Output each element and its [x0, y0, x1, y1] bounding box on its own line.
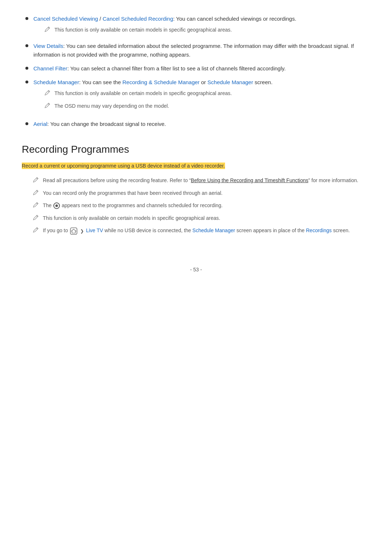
channel-filter-link[interactable]: Channel Filter	[33, 65, 67, 71]
bullet-dot	[25, 81, 28, 83]
pencil-icon	[33, 202, 39, 212]
page-footer: - 53 -	[22, 258, 370, 274]
schedule-manager-note5-link[interactable]: Schedule Manager	[192, 227, 235, 233]
cancel-scheduled-recording-link[interactable]: Cancel Scheduled Recording	[103, 16, 173, 22]
note-block-schedule-geo: This function is only available on certa…	[44, 90, 370, 99]
list-item-content: View Details: You can see detailed infor…	[33, 42, 370, 59]
chevron-right-icon: ❯	[80, 228, 84, 234]
recording-note-4: This function is only available on certa…	[33, 214, 370, 224]
pencil-icon	[44, 103, 51, 112]
recording-note-3-after: appears next to the programmes and chann…	[62, 202, 223, 208]
channel-filter-text: : You can select a channel filter from a…	[67, 65, 286, 71]
note5-middle: while no USB device is connected, the	[105, 227, 192, 233]
recording-note-4-text: This function is only available on certa…	[43, 214, 220, 222]
list-item-cancel-scheduled: Cancel Scheduled Viewing / Cancel Schedu…	[22, 15, 370, 37]
recording-note-5: If you go to ❯ Live TV while no USB devi…	[33, 227, 370, 237]
note-text-schedule-osd: The OSD menu may vary depending on the m…	[54, 102, 169, 110]
recording-note-2-text: You can record only the programmes that …	[43, 189, 222, 197]
note5-before: If you go to	[43, 227, 69, 233]
bullet-dot	[25, 44, 28, 47]
view-details-link[interactable]: View Details	[33, 43, 63, 49]
bullet-dot	[25, 67, 28, 70]
list-item-schedule-manager: Schedule Manager: You can see the Record…	[22, 78, 370, 115]
separator: /	[98, 16, 103, 22]
list-item-content: Cancel Scheduled Viewing / Cancel Schedu…	[33, 15, 370, 37]
pencil-icon	[44, 26, 51, 33]
cancel-scheduled-text: : You can cancel scheduled viewings or r…	[173, 16, 296, 22]
bullet-dot	[25, 122, 28, 125]
recording-highlight: Record a current or upcoming programme u…	[22, 163, 225, 169]
note-block-cancel: This function is only available on certa…	[44, 26, 370, 34]
recordings-link[interactable]: Recordings	[306, 227, 332, 233]
note-block-schedule-osd: The OSD menu may vary depending on the m…	[44, 102, 370, 112]
pencil-icon	[44, 90, 51, 99]
recording-note-2: You can record only the programmes that …	[33, 189, 370, 199]
pencil-icon	[33, 190, 39, 199]
note-text-cancel-geo: This function is only available on certa…	[54, 26, 232, 34]
note5-after: screen appears in place of the	[237, 227, 306, 233]
note5-end: screen.	[333, 227, 350, 233]
schedule-manager-text-prefix: : You can see the	[79, 79, 122, 85]
list-item-content: Schedule Manager: You can see the Record…	[33, 78, 370, 115]
note-text-schedule-geo: This function is only available on certa…	[54, 90, 232, 97]
aerial-link[interactable]: Aerial	[33, 121, 47, 127]
recording-note-3: The appears next to the programmes and c…	[33, 202, 370, 212]
bullet-dot	[25, 17, 28, 20]
schedule-manager-text-suffix: screen.	[253, 79, 272, 85]
home-icon	[70, 227, 77, 235]
recording-programmes-title: Recording Programmes	[22, 141, 370, 158]
page-number: - 53 -	[190, 267, 202, 272]
recording-note-1-text: Read all precautions before using the re…	[43, 177, 358, 184]
cancel-scheduled-viewing-link[interactable]: Cancel Scheduled Viewing	[33, 16, 98, 22]
view-details-text: : You can see detailed information about…	[33, 43, 354, 58]
recording-note-1: Read all precautions before using the re…	[33, 177, 370, 186]
list-item-content: Channel Filter: You can select a channel…	[33, 64, 370, 73]
pencil-icon	[33, 177, 39, 186]
schedule-manager-text-middle: or	[200, 79, 208, 85]
list-item-view-details: View Details: You can see detailed infor…	[22, 42, 370, 59]
recording-note-3-text: The appears next to the programmes and c…	[43, 202, 223, 209]
record-schedule-icon	[53, 202, 60, 209]
pencil-icon	[33, 215, 39, 224]
list-item-content: Aerial: You can change the broadcast sig…	[33, 120, 370, 128]
recording-programmes-section: Recording Programmes Record a current or…	[22, 141, 370, 237]
recording-note-5-text: If you go to ❯ Live TV while no USB devi…	[43, 227, 350, 234]
list-item-aerial: Aerial: You can change the broadcast sig…	[22, 120, 370, 128]
before-using-link[interactable]: Before Using the Recording and Timeshift…	[191, 177, 309, 183]
recording-note-1-before: Read all precautions before using the re…	[43, 177, 191, 183]
main-bullet-list: Cancel Scheduled Viewing / Cancel Schedu…	[22, 15, 370, 128]
recording-note-1-after: ” for more information.	[309, 177, 359, 183]
schedule-manager-link2[interactable]: Schedule Manager	[208, 79, 253, 85]
list-item-channel-filter: Channel Filter: You can select a channel…	[22, 64, 370, 73]
schedule-manager-link[interactable]: Schedule Manager	[33, 79, 79, 85]
recording-note-3-before: The	[43, 202, 53, 208]
aerial-text: : You can change the broadcast signal to…	[47, 121, 166, 127]
recording-schedule-manager-link[interactable]: Recording & Schedule Manager	[122, 79, 200, 85]
live-tv-link[interactable]: Live TV	[86, 227, 103, 233]
pencil-icon	[33, 227, 39, 237]
recording-intro: Record a current or upcoming programme u…	[22, 161, 370, 170]
